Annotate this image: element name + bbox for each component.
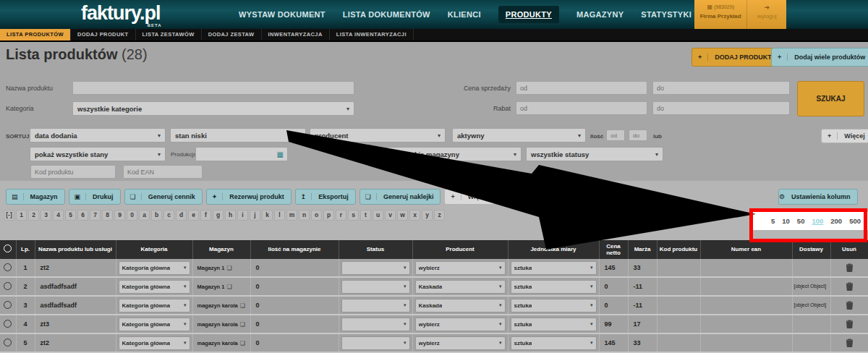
ean-code-input[interactable] <box>123 165 203 179</box>
alphabet-filter-item[interactable]: 4 <box>53 210 64 221</box>
alphabet-filter-item[interactable]: 7 <box>90 210 101 221</box>
page-size-5[interactable]: 5 <box>771 217 775 225</box>
row-select[interactable] <box>0 333 16 352</box>
alphabet-filter-item[interactable]: v <box>385 210 396 221</box>
alphabet-filter-item[interactable]: o <box>311 210 322 221</box>
subtab-lista-zestawow[interactable]: LISTA ZESTAWÓW <box>136 29 202 41</box>
logout-button[interactable]: ➜ wyloguj <box>746 0 786 32</box>
calendar-icon[interactable]: ▦ <box>273 150 287 158</box>
trash-icon[interactable] <box>846 320 854 328</box>
row-category-select[interactable]: Kategoria główna <box>119 318 190 331</box>
select-all-header[interactable] <box>0 240 16 259</box>
trash-icon[interactable] <box>846 282 854 291</box>
subtab-dodaj-zestaw[interactable]: DODAJ ZESTAW <box>202 29 262 41</box>
row-producer-select[interactable]: wybierz <box>415 261 506 275</box>
alphabet-filter-item[interactable]: 9 <box>114 210 125 221</box>
warehouse-transfer-icon[interactable]: ❏ <box>240 321 245 328</box>
row-category-select[interactable]: Kategoria główna <box>119 280 190 294</box>
alphabet-filter-item[interactable]: t <box>360 210 371 221</box>
alphabet-filter-item[interactable]: d <box>176 210 187 221</box>
more-filters-button[interactable]: + Więcej <box>821 129 868 143</box>
nav-lista-dokumentow[interactable]: LISTA DOKUMENTÓW <box>343 10 430 19</box>
warehouse-button[interactable]: ▤Magazyn <box>6 189 65 205</box>
brand-logo[interactable]: faktury.plBETA <box>81 2 161 25</box>
alphabet-filter-item[interactable]: h <box>225 210 236 221</box>
price-from-input[interactable] <box>516 81 647 95</box>
discount-from-input[interactable] <box>516 101 647 115</box>
print-button[interactable]: ▣Drukuj <box>69 189 121 205</box>
nav-statystyki[interactable]: STATYSTYKI <box>641 10 692 19</box>
generate-labels-button[interactable]: ❏Generuj naklejki <box>359 189 441 205</box>
row-select[interactable] <box>0 296 16 315</box>
alphabet-filter-item[interactable]: l <box>274 210 285 221</box>
trash-icon[interactable] <box>846 263 854 272</box>
quantity-from-input[interactable] <box>606 129 625 141</box>
row-producer-select[interactable]: wybierz <box>415 318 506 331</box>
warehouse-transfer-icon[interactable]: ❏ <box>226 284 231 290</box>
add-many-products-button[interactable]: + Dodaj wiele produktów <box>771 48 868 67</box>
alphabet-filter-item[interactable]: u <box>373 210 383 221</box>
category-select[interactable]: wszystkie kategorie <box>72 101 354 116</box>
trash-icon[interactable] <box>846 339 854 347</box>
nav-wystaw-dokument[interactable]: WYSTAW DOKUMENT <box>239 10 326 19</box>
product-name-input[interactable] <box>72 81 354 95</box>
alphabet-filter-item[interactable]: 6 <box>77 210 88 221</box>
discount-to-input[interactable] <box>652 101 790 115</box>
row-producer-select[interactable]: Kaskada <box>415 280 506 294</box>
sort-select-date-added[interactable]: data dodania <box>30 128 166 143</box>
export-button[interactable]: ↥Eksportuj <box>295 189 356 205</box>
sort-select-active[interactable]: aktywny <box>452 128 586 143</box>
alphabet-filter-item[interactable]: e <box>188 210 199 221</box>
page-size-50[interactable]: 50 <box>797 217 805 225</box>
production-date-field[interactable]: ▦ <box>195 147 288 161</box>
alphabet-filter-item[interactable]: n <box>299 210 310 221</box>
row-category-select[interactable]: Kategoria główna <box>119 336 190 350</box>
alphabet-filter-item[interactable]: k <box>262 210 273 221</box>
add-product-button[interactable]: + DODAJ PRODUKT <box>692 48 779 67</box>
sort-select-low-stock[interactable]: stan niski <box>170 128 306 143</box>
column-settings-button[interactable]: ⚙ Ustawienia kolumn <box>778 189 858 205</box>
alphabet-filter-item[interactable]: 1 <box>16 210 27 221</box>
production-date-input[interactable] <box>196 148 273 160</box>
row-status-select[interactable] <box>341 336 410 350</box>
alphabet-filter-item[interactable]: x <box>409 210 420 221</box>
alphabet-filter-item[interactable]: [-] <box>4 210 14 221</box>
row-status-select[interactable] <box>341 261 410 275</box>
alphabet-filter-item[interactable]: w <box>397 210 408 221</box>
alphabet-filter-item[interactable]: a <box>139 210 150 221</box>
nav-magazyny[interactable]: MAGAZYNY <box>576 10 624 19</box>
row-status-select[interactable] <box>341 299 410 312</box>
alphabet-filter-item[interactable]: 0 <box>127 210 137 221</box>
row-category-select[interactable]: Kategoria główna <box>119 261 190 275</box>
alphabet-filter-item[interactable]: 5 <box>65 210 76 221</box>
page-size-10[interactable]: 10 <box>782 217 790 225</box>
row-unit-select[interactable]: sztuka <box>511 299 597 312</box>
row-producer-select[interactable]: wybierz <box>415 336 506 350</box>
alphabet-filter-item[interactable]: b <box>151 210 162 221</box>
search-button[interactable]: SZUKAJ <box>797 81 864 116</box>
row-unit-select[interactable]: sztuka <box>511 261 597 275</box>
subtab-dodaj-produkt[interactable]: DODAJ PRODUKT <box>71 29 136 41</box>
generate-pricelist-button[interactable]: ❏Generuj cennik <box>124 189 203 205</box>
statuses-select[interactable]: wszystkie statusy <box>526 147 663 161</box>
subtab-lista-inwentaryzacji[interactable]: LISTA INWENTARYZACJI <box>330 29 414 41</box>
states-select[interactable]: pokaż wszystkie stany <box>30 147 166 161</box>
reserve-product-button[interactable]: ✦Rezerwuj produkt <box>206 189 292 205</box>
warehouse-transfer-icon[interactable]: ❏ <box>240 302 245 309</box>
more-actions-button[interactable]: +Więcej <box>444 189 495 205</box>
alphabet-filter-item[interactable]: i <box>237 210 248 221</box>
nav-klienci[interactable]: KLIENCI <box>448 10 481 19</box>
row-select[interactable] <box>0 315 16 333</box>
product-code-input[interactable] <box>30 165 116 179</box>
page-size-500[interactable]: 500 <box>849 217 861 225</box>
alphabet-filter-item[interactable]: r <box>336 210 346 221</box>
row-unit-select[interactable]: sztuka <box>511 336 597 350</box>
warehouse-transfer-icon[interactable]: ❏ <box>240 340 245 346</box>
alphabet-filter-item[interactable]: z <box>434 210 445 221</box>
alphabet-filter-item[interactable]: 3 <box>41 210 51 221</box>
page-size-100[interactable]: 100 <box>812 217 823 225</box>
page-size-200[interactable]: 200 <box>830 217 842 225</box>
alphabet-filter-item[interactable]: y <box>422 210 433 221</box>
row-unit-select[interactable]: sztuka <box>511 280 597 294</box>
alphabet-filter-item[interactable]: 2 <box>28 210 39 221</box>
